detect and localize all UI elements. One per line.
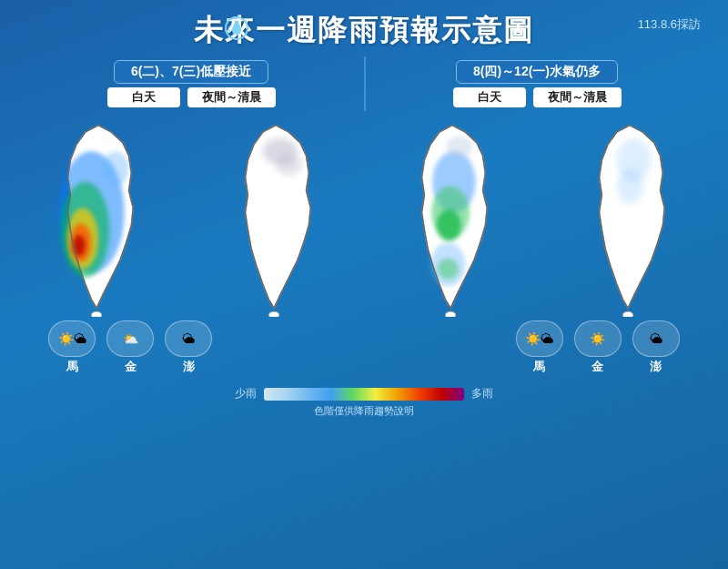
- map-right-day: [369, 117, 537, 317]
- svg-point-17: [446, 311, 456, 317]
- island-weather-icon: 🌥: [650, 331, 662, 346]
- left-night-label: 夜間～清晨: [187, 87, 276, 107]
- island-label: 金: [125, 359, 136, 375]
- island-label: 金: [592, 359, 603, 375]
- left-island-ma: ☀️🌥 馬: [48, 320, 96, 375]
- svg-point-19: [616, 168, 642, 203]
- svg-point-16: [447, 137, 473, 157]
- right-day-label: 白天: [453, 87, 526, 107]
- svg-point-20: [622, 311, 632, 317]
- map-left-day: [15, 117, 183, 317]
- islands-row: ☀️🌥 馬 ⛅ 金 🌥 澎 ☀️🌥 馬 ☀️: [0, 317, 728, 375]
- right-section-title: 8(四)～12(一)水氣仍多: [456, 60, 618, 84]
- legend-high-label: 多雨: [471, 386, 493, 401]
- left-section-group: 6(二)、7(三)低壓接近 白天 夜間～清晨: [18, 60, 364, 107]
- svg-point-10: [268, 311, 278, 317]
- legend-row: 少雨 多雨: [235, 381, 493, 404]
- header: 未來一週降雨預報示意圖 113.8.6採訪: [0, 0, 728, 56]
- svg-point-7: [92, 311, 102, 317]
- right-night-label: 夜間～清晨: [533, 87, 622, 107]
- island-weather-icon: ⛅: [123, 331, 138, 346]
- island-weather-icon: ☀️: [590, 331, 605, 346]
- right-island-peng: 🌥 澎: [632, 320, 680, 375]
- island-weather-icon: 🌥: [182, 331, 195, 346]
- right-section-group: 8(四)～12(一)水氣仍多 白天 夜間～清晨: [364, 60, 710, 107]
- left-day-label: 白天: [107, 87, 180, 107]
- legend-note: 色階僅供降雨趨勢說明: [314, 404, 414, 418]
- svg-point-15: [438, 259, 459, 279]
- date-label: 113.8.6採訪: [638, 16, 701, 33]
- island-weather-icon: ☀️🌥: [525, 331, 553, 346]
- sections-row: 6(二)、7(三)低壓接近 白天 夜間～清晨 8(四)～12(一)水氣仍多 白天…: [0, 56, 728, 111]
- maps-row: [0, 111, 728, 317]
- island-label: 馬: [66, 359, 78, 375]
- right-islands: ☀️🌥 馬 ☀️ 金 🌥 澎: [480, 320, 714, 375]
- legend-color-bar: [264, 388, 464, 401]
- map-left-night: [191, 117, 359, 317]
- island-label: 澎: [183, 359, 195, 375]
- left-islands: ☀️🌥 馬 ⛅ 金 🌥 澎: [14, 320, 248, 375]
- svg-point-9: [276, 154, 302, 175]
- map-right-night: [545, 117, 713, 317]
- right-island-jin: ☀️ 金: [574, 320, 622, 375]
- svg-point-13: [437, 209, 461, 240]
- logo-icon: [223, 15, 250, 48]
- svg-point-6: [103, 151, 129, 186]
- island-weather-icon: ☀️🌥: [58, 331, 86, 346]
- legend-low-label: 少雨: [235, 386, 257, 401]
- left-section-title: 6(二)、7(三)低壓接近: [114, 60, 268, 84]
- left-island-jin: ⛅ 金: [106, 320, 154, 375]
- left-island-peng: 🌥 澎: [165, 320, 212, 375]
- right-island-ma: ☀️🌥 馬: [516, 320, 563, 375]
- island-label: 馬: [533, 359, 545, 375]
- island-label: 澎: [650, 359, 662, 375]
